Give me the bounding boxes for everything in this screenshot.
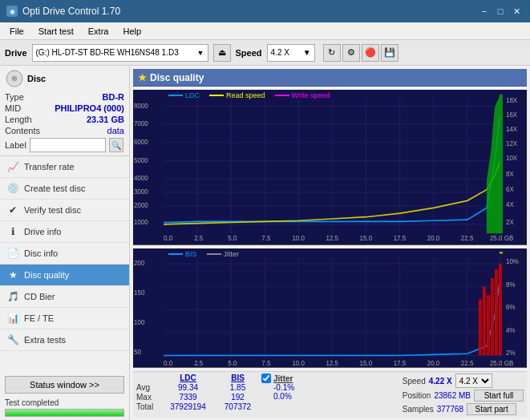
label-input[interactable] bbox=[30, 138, 106, 152]
titlebar: ◉ Opti Drive Control 1.70 − □ ✕ bbox=[0, 0, 530, 22]
minimize-button[interactable]: − bbox=[477, 4, 492, 18]
nav-item-extra-tests[interactable]: 🔧 Extra tests bbox=[0, 329, 129, 351]
nav-item-create-test-disc[interactable]: 💿 Create test disc bbox=[0, 178, 129, 200]
nav-item-transfer-rate[interactable]: 📈 Transfer rate bbox=[0, 156, 129, 178]
start-part-button[interactable]: Start part bbox=[467, 403, 516, 415]
legend-write-speed: Write speed bbox=[275, 91, 330, 99]
disc-info-icon: 📄 bbox=[6, 247, 19, 260]
svg-rect-78 bbox=[487, 295, 490, 355]
svg-text:7000: 7000 bbox=[134, 119, 148, 128]
nav-items: 📈 Transfer rate 💿 Create test disc ✔ Ver… bbox=[0, 156, 129, 373]
svg-text:25.0 GB: 25.0 GB bbox=[490, 234, 514, 243]
nav-item-disc-quality[interactable]: ★ Disc quality bbox=[0, 265, 129, 286]
disc-mid-value: PHILIPRO4 (000) bbox=[55, 103, 124, 113]
svg-text:5.0: 5.0 bbox=[228, 234, 237, 243]
svg-rect-79 bbox=[491, 278, 494, 355]
speed-select[interactable]: 4.2 X bbox=[455, 374, 492, 388]
svg-text:6%: 6% bbox=[506, 304, 516, 311]
legend-read-speed: Read speed bbox=[209, 91, 265, 99]
jitter-legend-label: Jitter bbox=[224, 250, 240, 258]
app-title: Opti Drive Control 1.70 bbox=[22, 6, 120, 17]
svg-text:5000: 5000 bbox=[134, 155, 148, 164]
svg-text:8000: 8000 bbox=[134, 101, 148, 110]
svg-text:2%: 2% bbox=[506, 349, 516, 357]
speed-stat-label: Speed bbox=[403, 377, 426, 386]
jitter-label: Jitter bbox=[273, 374, 293, 383]
speed-dropdown[interactable]: 4.2 X ▼ bbox=[267, 44, 315, 62]
max-ldc: 7339 bbox=[179, 393, 196, 402]
svg-text:0.0: 0.0 bbox=[164, 360, 173, 367]
drive-dropdown[interactable]: (G:) HL-DT-ST BD-RE WH16NS48 1.D3 ▼ bbox=[32, 44, 208, 62]
speed-row: Speed 4.22 X 4.2 X bbox=[403, 374, 524, 388]
svg-rect-77 bbox=[483, 286, 486, 355]
chart-title: Disc quality bbox=[150, 72, 204, 83]
ldc-legend-line bbox=[168, 95, 183, 96]
jitter-checkbox[interactable] bbox=[261, 374, 271, 383]
write-speed-legend-line bbox=[275, 95, 289, 96]
svg-text:5.0: 5.0 bbox=[228, 360, 237, 367]
left-panel: Disc Type BD-R MID PHILIPRO4 (000) Lengt… bbox=[0, 66, 130, 420]
svg-text:8%: 8% bbox=[506, 281, 516, 288]
disc-icon bbox=[5, 69, 24, 88]
label-search-button[interactable]: 🔍 bbox=[109, 138, 123, 152]
bottom-chart: BIS Jitter 200 150 100 50 10% 8% 6% 4% bbox=[133, 248, 527, 368]
max-row-label: Max bbox=[136, 393, 160, 402]
maximize-button[interactable]: □ bbox=[493, 4, 508, 18]
nav-label-cd-bier: CD Bier bbox=[24, 292, 55, 301]
nav-item-disc-info[interactable]: 📄 Disc info bbox=[0, 243, 129, 265]
verify-test-disc-icon: ✔ bbox=[6, 204, 19, 216]
status-bar-section: Test completed bbox=[0, 397, 129, 420]
status-text: Test completed bbox=[5, 398, 124, 407]
svg-text:10.0: 10.0 bbox=[292, 234, 305, 243]
menubar: File Start test Extra Help bbox=[0, 22, 530, 40]
menu-help[interactable]: Help bbox=[116, 25, 148, 38]
top-chart-svg: 8000 7000 6000 5000 4000 3000 2000 1000 … bbox=[133, 90, 527, 244]
svg-text:12.5: 12.5 bbox=[326, 360, 338, 367]
svg-text:2X: 2X bbox=[506, 217, 514, 226]
menu-start-test[interactable]: Start test bbox=[32, 25, 80, 38]
app-icon: ◉ bbox=[6, 6, 18, 17]
svg-text:12X: 12X bbox=[506, 139, 518, 148]
nav-item-fe-te[interactable]: 📊 FE / TE bbox=[0, 308, 129, 329]
stats-ldc-col: LDC 99.34 7339 37929194 bbox=[162, 374, 214, 415]
right-panel: ★ Disc quality LDC Read speed Write spee… bbox=[130, 66, 530, 420]
start-full-button[interactable]: Start full bbox=[474, 390, 524, 402]
titlebar-controls[interactable]: − □ ✕ bbox=[477, 4, 524, 18]
disc-section: Disc Type BD-R MID PHILIPRO4 (000) Lengt… bbox=[0, 66, 129, 156]
jitter-legend-line bbox=[207, 253, 221, 255]
ldc-legend-label: LDC bbox=[185, 91, 200, 99]
ldc-header: LDC bbox=[180, 374, 196, 382]
bis-legend-label: BIS bbox=[185, 250, 197, 258]
transfer-rate-icon: 📈 bbox=[6, 160, 19, 173]
refresh-button[interactable]: ↻ bbox=[323, 44, 341, 62]
disc-mid-label: MID bbox=[5, 103, 21, 113]
drivebar: Drive (G:) HL-DT-ST BD-RE WH16NS48 1.D3 … bbox=[0, 40, 530, 66]
nav-item-drive-info[interactable]: ℹ Drive info bbox=[0, 221, 129, 243]
menu-file[interactable]: File bbox=[3, 25, 30, 38]
close-button[interactable]: ✕ bbox=[509, 4, 524, 18]
svg-rect-51 bbox=[133, 248, 527, 367]
drive-eject-button[interactable]: ⏏ bbox=[213, 44, 231, 62]
menu-extra[interactable]: Extra bbox=[82, 25, 115, 38]
legend-bis: BIS bbox=[168, 250, 197, 258]
disc-type-row: Type BD-R bbox=[5, 91, 124, 103]
svg-text:15.0: 15.0 bbox=[360, 234, 373, 243]
status-window-button[interactable]: Status window >> bbox=[5, 376, 124, 394]
burn-button[interactable]: 🔴 bbox=[362, 44, 379, 62]
top-chart-legend: LDC Read speed Write speed bbox=[168, 91, 330, 99]
stats-bis-col: BIS 1.85 192 707372 bbox=[216, 374, 260, 415]
nav-item-cd-bier[interactable]: 🎵 CD Bier bbox=[0, 286, 129, 308]
save-button[interactable]: 💾 bbox=[381, 44, 399, 62]
svg-text:22.5: 22.5 bbox=[461, 360, 474, 367]
speed-label: Speed bbox=[236, 48, 262, 58]
svg-text:10.0: 10.0 bbox=[292, 360, 305, 367]
svg-text:3000: 3000 bbox=[134, 188, 148, 196]
position-value: 23862 MB bbox=[434, 391, 471, 400]
chart-title-icon: ★ bbox=[138, 72, 147, 83]
disc-header: Disc bbox=[5, 69, 124, 88]
total-bis: 707372 bbox=[225, 402, 251, 411]
settings-button[interactable]: ⚙ bbox=[342, 44, 360, 62]
avg-bis: 1.85 bbox=[230, 383, 245, 392]
nav-item-verify-test-disc[interactable]: ✔ Verify test disc bbox=[0, 200, 129, 221]
svg-rect-81 bbox=[499, 264, 502, 355]
